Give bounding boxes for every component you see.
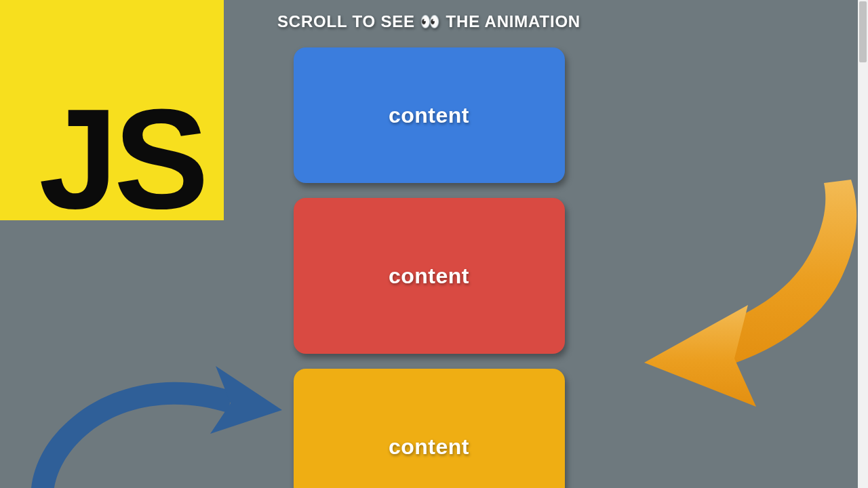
content-card-1-label: content <box>389 103 469 128</box>
curved-arrow-right-icon <box>620 159 858 410</box>
vertical-scrollbar[interactable] <box>858 0 868 488</box>
content-card-2-label: content <box>389 264 469 289</box>
page-heading: SCROLL TO SEE 👀 THE ANIMATION <box>277 12 580 31</box>
content-card-3: content <box>294 369 565 488</box>
scrollbar-thumb[interactable] <box>859 1 867 62</box>
content-card-3-label: content <box>389 434 469 460</box>
content-card-1: content <box>294 47 565 183</box>
curved-arrow-left-icon <box>12 342 283 488</box>
content-card-2: content <box>294 198 565 354</box>
page-viewport: JS SCROLL TO SEE 👀 THE ANIMATION content… <box>0 0 858 488</box>
js-logo: JS <box>0 0 224 220</box>
js-logo-text: JS <box>39 94 205 224</box>
